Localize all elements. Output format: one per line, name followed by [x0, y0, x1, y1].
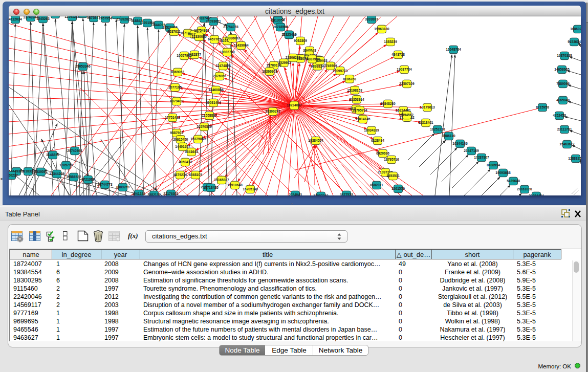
svg-text:6368105: 6368105 [189, 173, 202, 177]
svg-text:5641643: 5641643 [185, 150, 198, 154]
svg-text:8813054: 8813054 [271, 18, 285, 22]
svg-text:7389096: 7389096 [556, 82, 570, 85]
svg-text:21439044: 21439044 [233, 43, 249, 47]
svg-text:10057945: 10057945 [177, 54, 192, 57]
svg-text:9153634: 9153634 [568, 40, 581, 43]
svg-text:17287807: 17287807 [474, 156, 489, 159]
svg-text:16648784: 16648784 [446, 48, 461, 51]
svg-text:13910648: 13910648 [227, 183, 243, 187]
svg-text:8215958: 8215958 [536, 105, 549, 109]
svg-text:2457954: 2457954 [99, 16, 112, 20]
svg-text:14460856: 14460856 [208, 88, 224, 92]
svg-text:14658665: 14658665 [554, 68, 570, 71]
svg-text:7749509: 7749509 [324, 64, 337, 68]
svg-text:29053346: 29053346 [75, 64, 91, 68]
svg-text:12541238: 12541238 [64, 16, 80, 18]
svg-text:12087340: 12087340 [313, 194, 329, 195]
svg-text:8539591: 8539591 [34, 170, 48, 173]
svg-text:19563180: 19563180 [374, 27, 389, 31]
svg-text:4679214: 4679214 [173, 173, 187, 177]
svg-text:8369062: 8369062 [171, 70, 184, 74]
svg-text:19586522: 19586522 [66, 175, 81, 179]
svg-text:4843718: 4843718 [391, 53, 405, 56]
svg-text:16870338: 16870338 [557, 54, 572, 57]
svg-text:11558837: 11558837 [202, 114, 217, 117]
svg-text:4252458: 4252458 [553, 114, 566, 117]
svg-text:6128434: 6128434 [371, 139, 384, 142]
svg-text:4112034: 4112034 [9, 17, 22, 21]
svg-text:15463677: 15463677 [559, 142, 575, 146]
svg-text:10848230: 10848230 [380, 102, 396, 105]
svg-text:11014145: 11014145 [356, 117, 371, 121]
svg-text:19384554: 19384554 [308, 139, 323, 142]
svg-text:13179613: 13179613 [420, 105, 435, 109]
svg-text:17751421: 17751421 [165, 116, 180, 119]
svg-text:18366963: 18366963 [262, 70, 277, 73]
svg-text:3333883: 3333883 [365, 17, 378, 21]
svg-text:20615450: 20615450 [173, 138, 188, 141]
svg-text:18034339: 18034339 [364, 128, 379, 132]
svg-text:8389269: 8389269 [116, 185, 129, 189]
svg-text:20161026: 20161026 [517, 187, 532, 191]
svg-text:19093688: 19093688 [495, 171, 511, 174]
svg-text:9318332: 9318332 [21, 169, 35, 173]
svg-text:18252216: 18252216 [430, 127, 445, 131]
svg-text:4050413: 4050413 [179, 160, 192, 164]
svg-text:9893824: 9893824 [311, 64, 324, 68]
svg-text:20744773: 20744773 [97, 183, 113, 186]
svg-text:3377578: 3377578 [340, 193, 353, 195]
svg-text:4165048: 4165048 [556, 98, 570, 102]
svg-text:11318461: 11318461 [419, 121, 433, 124]
svg-text:2876966: 2876966 [213, 74, 226, 78]
svg-text:22507109: 22507109 [399, 82, 415, 85]
svg-text:20334454: 20334454 [529, 194, 544, 195]
svg-text:13754919: 13754919 [194, 29, 209, 32]
svg-text:3382132: 3382132 [147, 193, 161, 195]
svg-text:20740364: 20740364 [67, 149, 82, 152]
svg-text:8986110: 8986110 [442, 134, 455, 138]
svg-text:22806289: 22806289 [286, 56, 301, 59]
svg-text:5439648: 5439648 [507, 179, 520, 183]
svg-text:22330030: 22330030 [191, 35, 207, 38]
svg-text:23447169: 23447169 [464, 149, 479, 152]
svg-text:23936053: 23936053 [225, 36, 240, 40]
svg-text:6457765: 6457765 [208, 37, 221, 41]
svg-text:13325419: 13325419 [281, 33, 297, 36]
svg-text:22093651: 22093651 [206, 19, 221, 23]
svg-text:21353914: 21353914 [349, 98, 364, 101]
svg-text:15718485: 15718485 [203, 186, 219, 189]
svg-text:10344146: 10344146 [452, 142, 468, 145]
svg-text:19017734: 19017734 [397, 68, 412, 71]
svg-text:2054043: 2054043 [289, 193, 302, 195]
svg-text:f(x): f(x) [128, 232, 138, 239]
svg-text:15375853: 15375853 [190, 137, 206, 141]
svg-text:15165337: 15165337 [214, 178, 229, 182]
svg-text:6994562: 6994562 [400, 113, 413, 117]
svg-text:8682011: 8682011 [370, 183, 383, 187]
svg-text:8721369: 8721369 [81, 178, 95, 181]
svg-text:9887903: 9887903 [170, 131, 183, 135]
svg-text:3148352: 3148352 [46, 153, 59, 157]
svg-text:2537611: 2537611 [167, 30, 181, 33]
svg-text:16860207: 16860207 [570, 27, 581, 31]
svg-text:1385239: 1385239 [384, 40, 397, 43]
svg-text:22474828: 22474828 [215, 64, 231, 68]
svg-text:18992829: 18992829 [117, 17, 132, 21]
svg-text:23300273: 23300273 [265, 110, 280, 113]
svg-text:3261579: 3261579 [391, 187, 405, 190]
svg-text:8106768: 8106768 [343, 77, 356, 81]
svg-text:18795716: 18795716 [384, 158, 399, 161]
svg-text:1653531: 1653531 [386, 174, 400, 178]
svg-text:12344269: 12344269 [49, 172, 64, 176]
svg-text:9082309: 9082309 [294, 39, 307, 42]
svg-text:6420686: 6420686 [376, 151, 389, 155]
svg-text:15198153: 15198153 [347, 89, 363, 92]
svg-text:5060227: 5060227 [9, 173, 18, 177]
svg-text:8188594: 8188594 [487, 163, 500, 167]
svg-text:1241284: 1241284 [132, 192, 145, 195]
svg-text:18724007: 18724007 [287, 103, 302, 107]
svg-text:12888253: 12888253 [568, 157, 581, 160]
svg-text:15700199: 15700199 [266, 63, 281, 67]
svg-text:16705148: 16705148 [243, 187, 258, 191]
svg-text:19095773: 19095773 [333, 69, 348, 73]
